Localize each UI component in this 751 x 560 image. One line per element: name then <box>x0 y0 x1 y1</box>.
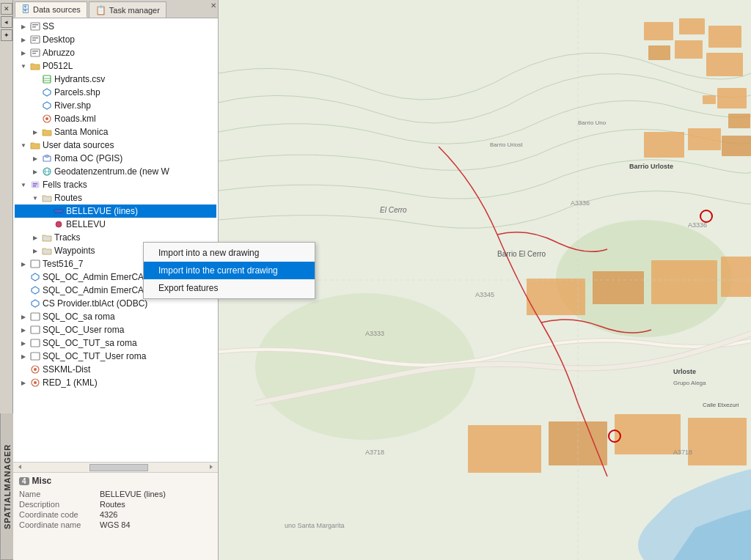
roads-icon <box>41 113 53 125</box>
tree-item-red1[interactable]: RED_1 (KML) <box>15 376 216 389</box>
svg-rect-19 <box>468 425 541 473</box>
task-icon: 📋 <box>95 5 106 15</box>
settings-button[interactable]: ✦ <box>1 29 12 41</box>
h-scroll-thumb[interactable] <box>89 464 148 471</box>
svg-rect-49 <box>32 51 38 52</box>
expand-roads <box>29 113 41 125</box>
expand-geodatenzentrum[interactable] <box>29 166 41 177</box>
expand-tracks[interactable] <box>29 232 41 243</box>
svg-rect-14 <box>722 136 751 156</box>
expand-routes[interactable] <box>29 192 41 204</box>
tree-item-routes[interactable]: Routes <box>15 191 216 205</box>
svg-rect-72 <box>31 313 40 320</box>
tree-item-sqloctutsa[interactable]: SQL_OC_TUT_sa roma <box>15 336 216 350</box>
tree-item-parcels[interactable]: Parcels.shp <box>15 86 216 99</box>
sqlocadmin2-icon <box>29 284 41 296</box>
sqlocsa-icon <box>29 311 41 323</box>
tab-datasources[interactable]: 🗄 Data sources <box>15 1 87 18</box>
svg-rect-50 <box>32 53 36 54</box>
tree-item-bellevue-pt[interactable]: BELLEVU <box>15 218 216 231</box>
pin-button[interactable]: ◂ <box>1 16 12 28</box>
tree-item-river[interactable]: River.shp <box>15 99 216 112</box>
tree-item-romaoc[interactable]: Roma OC (PGIS) <box>15 152 216 165</box>
expand-hydrants <box>29 73 41 85</box>
props-row-description: Description Routes <box>19 499 212 509</box>
csprovider-icon <box>29 298 41 309</box>
expand-ss[interactable] <box>18 21 29 32</box>
tree-item-sqloctutuser[interactable]: SQL_OC_TUT_User roma <box>15 350 216 363</box>
ss-icon <box>29 21 41 32</box>
tree-item-roads[interactable]: Roads.kml <box>15 112 216 125</box>
expand-userdatasources[interactable] <box>18 139 29 151</box>
props-count-badge: 4 <box>19 477 29 485</box>
expand-p0512l[interactable] <box>18 60 29 72</box>
tree-item-sskml[interactable]: SSKML-Dist <box>15 363 216 376</box>
svg-point-57 <box>45 117 48 120</box>
tree-item-bellevue-lines[interactable]: BELLEVUE (lines) <box>15 205 216 218</box>
tree-item-p0512l[interactable]: P0512L <box>15 59 216 73</box>
svg-rect-6 <box>648 45 670 60</box>
tree-item-sqlocuser[interactable]: SQL_OC_User roma <box>15 323 216 336</box>
svg-text:Grupo Alega: Grupo Alega <box>673 380 706 386</box>
tree-item-desktop[interactable]: Desktop <box>15 33 216 46</box>
expand-sqlocuser[interactable] <box>18 324 29 336</box>
expand-bellevue-pt <box>41 218 53 230</box>
bellevue-lines-icon <box>53 205 65 217</box>
svg-marker-69 <box>32 273 39 281</box>
test516-icon <box>29 258 41 270</box>
expand-red1[interactable] <box>18 377 29 388</box>
tree-item-ss[interactable]: SS <box>15 20 216 33</box>
context-menu: Import into a new drawing Import into th… <box>143 242 315 299</box>
tree-item-hydrants[interactable]: Hydrants.csv <box>15 73 216 86</box>
tracks-icon <box>41 232 53 243</box>
expand-waypoints[interactable] <box>29 245 41 257</box>
expand-test516[interactable] <box>18 258 29 270</box>
sqloctutuser-icon <box>29 350 41 362</box>
expand-santamonica[interactable] <box>29 126 41 138</box>
tab-taskmanager[interactable]: 📋 Task manager <box>89 1 166 18</box>
tree-item-geodatenzentrum[interactable]: Geodatenzentrum.de (new W <box>15 165 216 178</box>
svg-text:uno Santa Margarita: uno Santa Margarita <box>285 522 345 529</box>
expand-romaoc[interactable] <box>29 152 41 164</box>
svg-rect-10 <box>728 114 750 128</box>
expand-sqloctutuser[interactable] <box>18 350 29 362</box>
svg-text:Barrio Urloste: Barrio Urloste <box>629 163 673 170</box>
horizontal-scrollbar[interactable] <box>13 462 218 472</box>
svg-marker-80 <box>18 465 21 469</box>
expand-fellstracks[interactable] <box>18 179 29 191</box>
tab-bar: 🗄 Data sources 📋 Task manager ✕ <box>13 0 218 18</box>
tree-item-sqlocsa[interactable]: SQL_OC_sa roma <box>15 310 216 323</box>
expand-desktop[interactable] <box>18 34 29 45</box>
context-import-current[interactable]: Import into the current drawing <box>144 262 315 279</box>
expand-sqlocsa[interactable] <box>18 311 29 323</box>
expand-sqloctutsa[interactable] <box>18 337 29 349</box>
expand-bellevue-lines <box>41 205 53 217</box>
svg-rect-74 <box>31 339 40 347</box>
svg-text:A3345: A3345 <box>475 291 494 298</box>
tree-item-userdatasources[interactable]: User data sources <box>15 139 216 152</box>
svg-rect-51 <box>43 75 51 83</box>
props-row-coordname: Coordinate name WGS 84 <box>19 520 212 530</box>
panel-close-button[interactable]: ✕ <box>210 1 216 10</box>
svg-rect-75 <box>31 353 40 360</box>
props-header: 4 Misc <box>19 476 212 486</box>
close-button[interactable]: ✕ <box>1 3 12 15</box>
tree-item-santamonica[interactable]: Santa Monica <box>15 125 216 139</box>
context-export[interactable]: Export features <box>144 279 315 297</box>
expand-sskml <box>18 364 29 375</box>
svg-rect-73 <box>31 326 40 334</box>
tree-item-fellstracks[interactable]: Fells tracks <box>15 178 216 191</box>
tree-item-abruzzo[interactable]: Abruzzo <box>15 46 216 59</box>
context-import-new[interactable]: Import into a new drawing <box>144 244 315 262</box>
expand-abruzzo[interactable] <box>18 47 29 59</box>
svg-rect-21 <box>615 414 681 454</box>
svg-text:Barrio Uriost: Barrio Uriost <box>490 141 523 148</box>
red1-icon <box>29 377 41 388</box>
svg-rect-43 <box>32 24 38 26</box>
svg-rect-68 <box>31 260 40 268</box>
svg-rect-66 <box>54 210 63 213</box>
scroll-left-btn[interactable] <box>16 463 60 473</box>
scroll-right-btn[interactable] <box>208 463 215 473</box>
svg-text:A3718: A3718 <box>365 449 384 456</box>
svg-rect-18 <box>721 257 751 297</box>
